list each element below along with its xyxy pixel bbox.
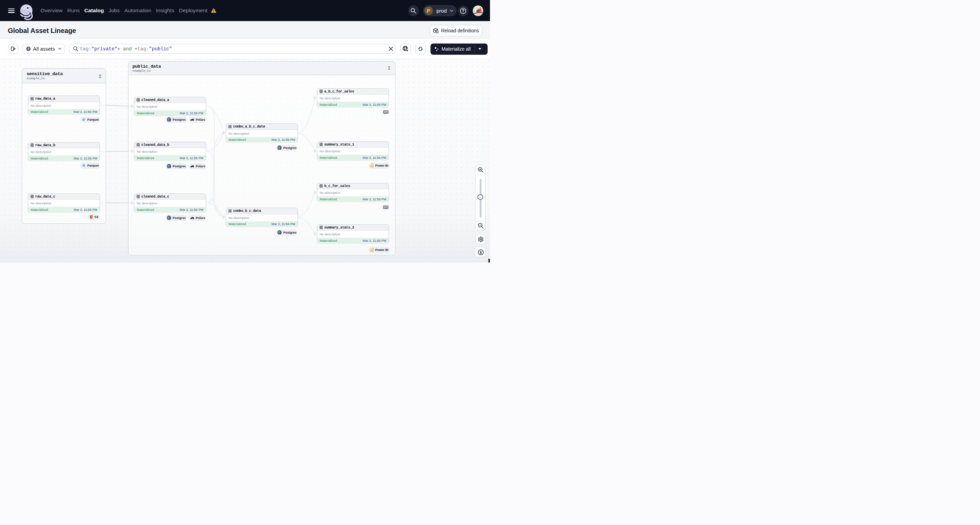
svg-text:CSV: CSV	[384, 111, 388, 113]
svg-text:CSV: CSV	[384, 206, 388, 208]
